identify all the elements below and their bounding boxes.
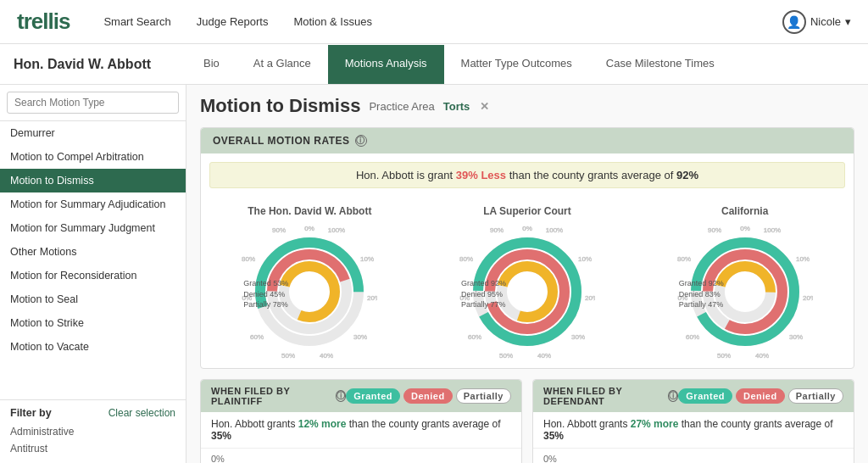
defendant-pct: 27% more: [631, 418, 679, 430]
defendant-badge-denied[interactable]: Denied: [736, 388, 785, 404]
tab-case-milestone[interactable]: Case Milestone Times: [589, 45, 732, 84]
svg-text:90%: 90%: [490, 226, 504, 234]
donut-charts-row: The Hon. David W. Abbott 0% 10% 20% 30% …: [201, 197, 854, 368]
svg-text:60%: 60%: [250, 333, 264, 341]
svg-text:100%: 100%: [763, 226, 780, 234]
svg-text:20%: 20%: [803, 294, 813, 302]
svg-text:80%: 80%: [242, 255, 255, 263]
ca-legend-partially: Partially 47%: [679, 299, 724, 310]
tab-matter-type[interactable]: Matter Type Outcomes: [444, 45, 589, 84]
nav-judge-reports[interactable]: Judge Reports: [197, 15, 269, 28]
overall-motion-rates-card: OVERALL MOTION RATES ⓘ Hon. Abbott is gr…: [200, 127, 854, 369]
ca-legend-granted: Granted 92%: [679, 278, 724, 289]
main-content: Motion to Dismiss Practice Area Torts ✕ …: [186, 85, 868, 463]
plaintiff-badge-granted[interactable]: Granted: [346, 388, 400, 404]
plaintiff-avg: 35%: [211, 430, 231, 442]
svg-text:80%: 80%: [459, 255, 473, 263]
defendant-highlight: Hon. Abbott grants 27% more than the cou…: [533, 412, 854, 449]
svg-text:30%: 30%: [789, 333, 803, 341]
plaintiff-info-icon[interactable]: ⓘ: [336, 390, 347, 402]
donut-ca-legend: Granted 92% Denied 83% Partially 47%: [679, 278, 724, 310]
svg-text:20%: 20%: [367, 294, 377, 302]
svg-text:50%: 50%: [281, 352, 295, 360]
tab-motions-analysis[interactable]: Motions Analysis: [328, 45, 444, 84]
plaintiff-highlight: Hon. Abbott grants 12% more than the cou…: [201, 412, 521, 449]
defendant-badge-partially[interactable]: Partially: [788, 388, 843, 404]
overall-info-icon[interactable]: ⓘ: [355, 135, 367, 147]
svg-text:10%: 10%: [360, 255, 374, 263]
user-area[interactable]: 👤 Nicole ▾: [782, 10, 851, 34]
svg-text:30%: 30%: [353, 333, 367, 341]
motion-item-compel[interactable]: Motion to Compel Arbitration: [0, 145, 186, 169]
filter-antitrust[interactable]: Antitrust: [10, 441, 175, 456]
motion-item-reconsideration[interactable]: Motion for Reconsideration: [0, 264, 186, 287]
content-title: Motion to Dismiss Practice Area Torts ✕: [200, 95, 854, 117]
svg-text:10%: 10%: [796, 255, 810, 263]
plaintiff-badge-denied[interactable]: Denied: [403, 388, 453, 404]
practice-area-close[interactable]: ✕: [480, 100, 489, 113]
plaintiff-badge-partially[interactable]: Partially: [456, 388, 511, 404]
tab-bio[interactable]: Bio: [186, 45, 236, 84]
donut-california-label: California: [721, 205, 768, 217]
nav-motion-issues[interactable]: Motion & Issues: [293, 15, 372, 28]
filter-administrative[interactable]: Administrative: [10, 424, 175, 439]
search-input[interactable]: [7, 92, 179, 114]
plaintiff-bar: 0% 10%: [201, 449, 521, 463]
motion-item-summary-adj[interactable]: Motion for Summary Adjudication: [0, 192, 186, 216]
donut-abbott-legend: Granted 53% Denied 45% Partially 78%: [243, 278, 288, 310]
svg-text:20%: 20%: [585, 294, 595, 302]
donut-la-legend: Granted 92% Denied 95% Partially 77%: [461, 278, 506, 310]
svg-text:90%: 90%: [272, 226, 286, 234]
motion-item-vacate[interactable]: Motion to Vacate: [0, 335, 186, 359]
clear-selection-button[interactable]: Clear selection: [108, 407, 175, 419]
defendant-bar-label: 0%: [543, 454, 843, 463]
plaintiff-bar-label: 0%: [211, 454, 511, 463]
motion-item-other[interactable]: Other Motions: [0, 240, 186, 264]
plaintiff-header: WHEN FILED BY PLAINTIFF ⓘ Granted Denied…: [201, 380, 521, 412]
plaintiff-badges: Granted Denied Partially: [346, 388, 511, 404]
defendant-avg: 35%: [543, 430, 564, 442]
motion-item-strike[interactable]: Motion to Strike: [0, 311, 186, 335]
donut-abbott-label: The Hon. David W. Abbott: [248, 205, 371, 217]
user-dropdown-icon: ▾: [845, 15, 851, 28]
donut-california: California 0% 10% 20% 30% 40% 50% 60%: [660, 205, 830, 360]
main-layout: Demurrer Motion to Compel Arbitration Mo…: [0, 85, 868, 463]
la-legend-denied: Denied 95%: [461, 289, 506, 300]
nav-smart-search[interactable]: Smart Search: [103, 15, 170, 28]
svg-text:0%: 0%: [522, 225, 532, 232]
svg-text:0%: 0%: [740, 225, 750, 232]
donut-la: LA Superior Court 0% 10% 20% 30% 40% 50%…: [442, 205, 612, 360]
motion-item-dismiss[interactable]: Motion to Dismiss: [0, 169, 186, 192]
svg-text:10%: 10%: [578, 255, 592, 263]
motion-item-summary-judgment[interactable]: Motion for Summary Judgment: [0, 216, 186, 240]
svg-text:90%: 90%: [708, 226, 721, 234]
defendant-info-icon[interactable]: ⓘ: [668, 390, 679, 402]
svg-text:60%: 60%: [468, 333, 481, 341]
overall-section-header: OVERALL MOTION RATES ⓘ: [201, 128, 854, 153]
svg-text:100%: 100%: [328, 226, 345, 234]
tab-at-a-glance[interactable]: At a Glance: [236, 45, 328, 84]
tabs: Bio At a Glance Motions Analysis Matter …: [186, 45, 868, 84]
filter-title: Filter by: [10, 407, 52, 419]
user-icon: 👤: [782, 10, 806, 34]
plaintiff-header-text: WHEN FILED BY PLAINTIFF: [211, 386, 331, 406]
motion-list: Demurrer Motion to Compel Arbitration Mo…: [0, 121, 186, 399]
motion-item-demurrer[interactable]: Demurrer: [0, 121, 186, 145]
top-nav: trellis Smart Search Judge Reports Motio…: [0, 0, 868, 44]
overall-highlight-bar: Hon. Abbott is grant 39% Less than the c…: [209, 162, 845, 188]
search-box: [0, 85, 186, 121]
legend-partially: Partially 78%: [243, 299, 288, 310]
donut-abbott: The Hon. David W. Abbott 0% 10% 20% 30% …: [225, 205, 394, 360]
motion-item-seal[interactable]: Motion to Seal: [0, 287, 186, 311]
filter-items: Administrative Antitrust: [10, 424, 175, 456]
filter-section: Filter by Clear selection Administrative…: [0, 399, 186, 463]
defendant-badges: Granted Denied Partially: [678, 388, 843, 404]
judge-name: Hon. David W. Abbott: [0, 57, 186, 72]
filter-header: Filter by Clear selection: [10, 407, 175, 419]
svg-text:80%: 80%: [677, 255, 691, 263]
defendant-badge-granted[interactable]: Granted: [678, 388, 732, 404]
svg-text:50%: 50%: [717, 352, 731, 360]
bottom-row: WHEN FILED BY PLAINTIFF ⓘ Granted Denied…: [200, 379, 854, 463]
donut-la-label: LA Superior Court: [483, 205, 571, 217]
overall-pct: 39% Less: [456, 169, 506, 181]
